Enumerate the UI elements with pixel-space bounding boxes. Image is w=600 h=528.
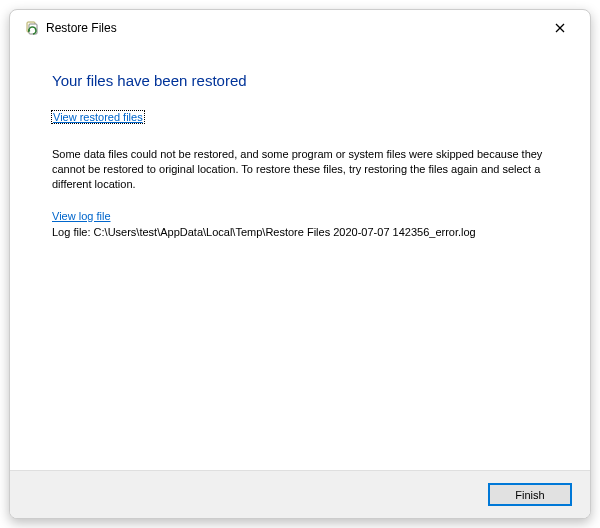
footer-bar: Finish xyxy=(10,470,590,518)
titlebar: Restore Files xyxy=(10,10,590,46)
log-file-path: Log file: C:\Users\test\AppData\Local\Te… xyxy=(52,226,548,238)
restore-description: Some data files could not be restored, a… xyxy=(52,147,548,192)
content-area: Your files have been restored View resto… xyxy=(10,46,590,470)
view-restored-files-link[interactable]: View restored files xyxy=(52,111,144,123)
close-icon xyxy=(555,23,565,33)
view-log-file-link[interactable]: View log file xyxy=(52,210,111,222)
finish-button[interactable]: Finish xyxy=(488,483,572,506)
title-left: Restore Files xyxy=(24,20,117,36)
close-button[interactable] xyxy=(544,16,576,40)
window-title: Restore Files xyxy=(46,21,117,35)
restore-files-icon xyxy=(24,20,40,36)
restore-files-dialog: Restore Files Your files have been resto… xyxy=(9,9,591,519)
page-heading: Your files have been restored xyxy=(52,72,548,89)
